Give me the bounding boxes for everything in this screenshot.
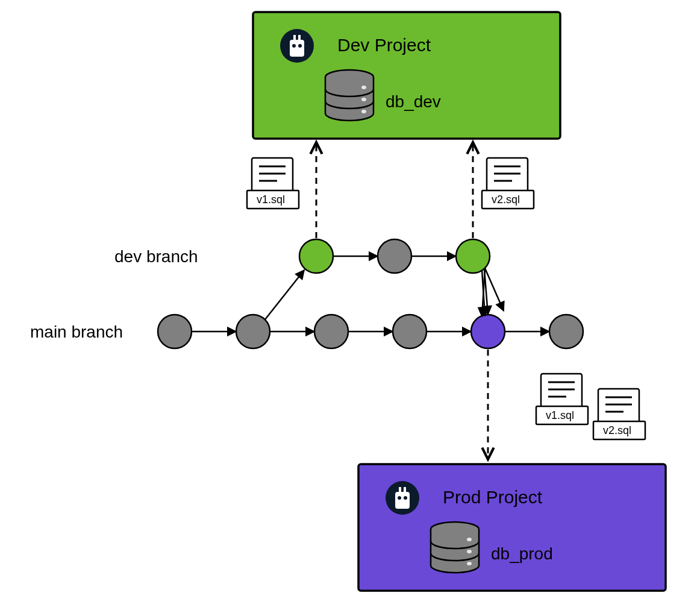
diagram-root: Dev Project db_dev Prod Project db_prod …: [0, 0, 700, 604]
svg-point-21: [467, 562, 472, 565]
svg-rect-38: [487, 158, 528, 194]
svg-rect-3: [293, 35, 296, 41]
dev-branch-row: [265, 239, 504, 319]
file-label: v2.sql: [603, 424, 631, 436]
commit-node-green: [456, 239, 490, 273]
database-icon: [431, 522, 479, 573]
main-branch-label: main branch: [30, 322, 123, 341]
svg-rect-13: [395, 492, 410, 509]
file-icon: v2.sql: [593, 389, 645, 439]
commit-node: [158, 315, 192, 348]
svg-point-10: [361, 110, 366, 113]
merge-commit-node: [471, 315, 505, 348]
svg-point-6: [298, 44, 302, 48]
svg-rect-14: [399, 487, 401, 493]
database-icon: [325, 70, 373, 121]
dev-db-label: db_dev: [386, 92, 441, 111]
commit-node: [378, 239, 411, 273]
commit-node-green: [299, 239, 333, 273]
svg-rect-4: [298, 35, 301, 41]
dev-project-title: Dev Project: [337, 35, 431, 55]
file-icon: v1.sql: [536, 374, 588, 424]
file-label: v1.sql: [257, 193, 285, 206]
svg-point-20: [467, 550, 472, 553]
commit-node: [236, 315, 270, 348]
svg-point-19: [467, 538, 472, 541]
svg-rect-33: [252, 158, 293, 194]
svg-rect-15: [404, 487, 406, 493]
commit-node: [393, 315, 427, 348]
svg-rect-48: [598, 389, 639, 425]
file-label: v1.sql: [546, 409, 574, 421]
logo-icon: [386, 481, 419, 515]
svg-rect-43: [541, 374, 582, 410]
commit-node: [314, 315, 348, 348]
logo-icon: [280, 29, 314, 63]
svg-point-16: [398, 496, 401, 500]
file-label: v2.sql: [492, 193, 520, 206]
svg-point-17: [404, 496, 407, 500]
svg-line-27: [265, 270, 304, 319]
dev-branch-label: dev branch: [114, 247, 198, 266]
prod-project-title: Prod Project: [443, 487, 543, 507]
svg-point-5: [292, 44, 296, 48]
commit-node: [549, 315, 583, 348]
file-icon: v1.sql: [247, 158, 299, 209]
file-icon: v2.sql: [482, 158, 534, 209]
svg-rect-2: [290, 40, 304, 57]
svg-point-8: [361, 86, 366, 89]
main-branch-row: [158, 315, 583, 348]
prod-db-label: db_prod: [491, 544, 553, 563]
svg-point-9: [361, 98, 366, 101]
